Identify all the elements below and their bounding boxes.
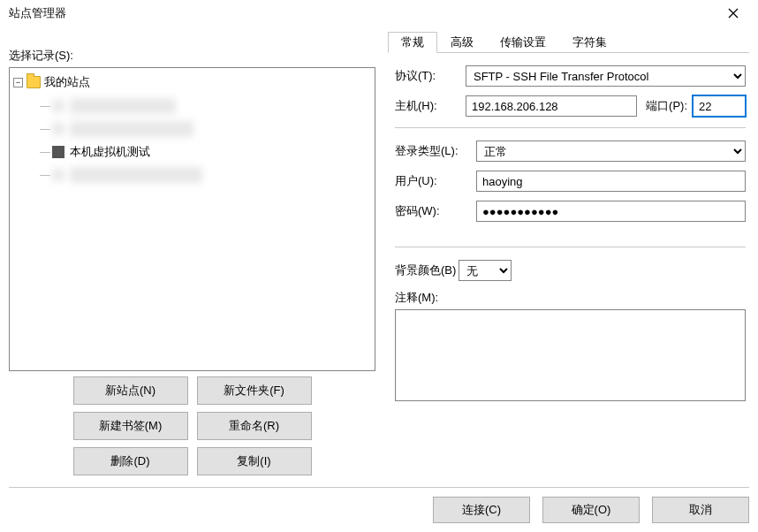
- folder-icon: [27, 76, 41, 88]
- tab-general[interactable]: 常规: [388, 32, 437, 53]
- protocol-label: 协议(T):: [395, 68, 466, 84]
- port-input[interactable]: [693, 95, 746, 117]
- site-icon: [52, 146, 64, 158]
- site-icon: [52, 169, 64, 181]
- tree-label: 选择记录(S):: [9, 48, 375, 64]
- tab-advanced[interactable]: 高级: [437, 31, 487, 52]
- new-site-button[interactable]: 新站点(N): [73, 376, 188, 405]
- new-bookmark-button[interactable]: 新建书签(M): [73, 412, 188, 440]
- tab-transfer[interactable]: 传输设置: [487, 31, 559, 52]
- separator: [395, 247, 746, 247]
- site-icon: [52, 123, 64, 135]
- new-folder-button[interactable]: 新文件夹(F): [197, 376, 312, 405]
- site-tree[interactable]: − 我的站点 本机虚拟机测试: [9, 67, 375, 371]
- ok-button[interactable]: 确定(O): [542, 497, 640, 523]
- titlebar: 站点管理器: [0, 0, 758, 27]
- host-input[interactable]: [466, 95, 637, 117]
- copy-button[interactable]: 复制(I): [197, 447, 312, 475]
- form-general: 协议(T): SFTP - SSH File Transfer Protocol…: [388, 53, 749, 404]
- tree-collapse-icon[interactable]: −: [13, 78, 23, 87]
- logon-type-label: 登录类型(L):: [395, 143, 476, 159]
- left-panel: 选择记录(S): − 我的站点 本机虚拟机测试: [9, 30, 375, 475]
- footer: 连接(C) 确定(O) 取消: [9, 487, 749, 523]
- redacted-site: [70, 167, 202, 183]
- user-label: 用户(U):: [395, 173, 476, 189]
- comment-label: 注释(M):: [395, 290, 459, 306]
- site-icon: [52, 100, 64, 112]
- separator: [395, 127, 746, 128]
- window-title: 站点管理器: [9, 5, 714, 21]
- user-input[interactable]: [476, 171, 746, 192]
- tab-charset[interactable]: 字符集: [559, 31, 620, 52]
- bgcolor-label: 背景颜色(B): [395, 262, 459, 278]
- logon-type-select[interactable]: 正常: [476, 141, 746, 162]
- port-label: 端口(P):: [646, 98, 687, 114]
- delete-button[interactable]: 删除(D): [73, 447, 188, 475]
- redacted-site: [70, 98, 176, 114]
- host-label: 主机(H):: [395, 98, 466, 114]
- password-label: 密码(W):: [395, 203, 476, 219]
- tree-item-label[interactable]: 本机虚拟机测试: [70, 144, 150, 160]
- connect-button[interactable]: 连接(C): [433, 497, 530, 523]
- close-icon: [728, 8, 739, 19]
- cancel-button[interactable]: 取消: [652, 497, 749, 523]
- redacted-site: [70, 121, 193, 137]
- protocol-select[interactable]: SFTP - SSH File Transfer Protocol: [466, 65, 746, 87]
- close-button[interactable]: [714, 1, 753, 26]
- tree-root-label[interactable]: 我的站点: [44, 74, 90, 90]
- right-panel: 常规 高级 传输设置 字符集 协议(T): SFTP - SSH File Tr…: [388, 30, 749, 475]
- bgcolor-select[interactable]: 无: [459, 260, 512, 281]
- tabs: 常规 高级 传输设置 字符集: [388, 30, 749, 53]
- password-input[interactable]: [476, 201, 746, 222]
- comment-textarea[interactable]: [395, 309, 746, 401]
- rename-button[interactable]: 重命名(R): [197, 412, 312, 440]
